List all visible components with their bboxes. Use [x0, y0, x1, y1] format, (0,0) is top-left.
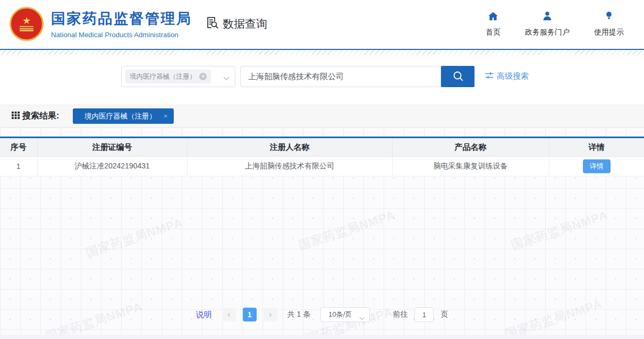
detail-button[interactable]: 详情: [583, 159, 611, 173]
pagination: 说明 ‹ 1 › 共 1 条 10条/页 前往 页: [0, 305, 644, 324]
column-header-detail: 详情: [549, 138, 644, 157]
app-title: 数据查询: [205, 15, 267, 32]
home-icon: [487, 11, 499, 24]
filter-tag-close-icon[interactable]: ×: [164, 112, 168, 120]
watermark: 国家药监局NMPA: [296, 207, 397, 253]
goto-page-input[interactable]: [414, 307, 434, 322]
hatch-stripe: [0, 50, 644, 55]
category-tag-close-icon[interactable]: ✕: [199, 73, 207, 80]
search-button[interactable]: [441, 66, 474, 87]
search-input[interactable]: [240, 66, 441, 87]
chevron-down-icon: [223, 74, 230, 83]
filter-tag-text: 境内医疗器械（注册）: [79, 112, 161, 121]
cell-registrant: 上海韶脑传感技术有限公司: [187, 157, 392, 176]
user-icon: [541, 11, 553, 24]
advanced-search-link[interactable]: 高级搜索: [485, 71, 529, 81]
grid-icon: [12, 111, 20, 121]
cell-detail: 详情: [549, 157, 644, 176]
header-divider-line: [0, 49, 644, 50]
cell-index: 1: [0, 157, 37, 176]
column-header-cert-no: 注册证编号: [37, 138, 187, 157]
next-page-button[interactable]: ›: [264, 308, 277, 321]
content-area: 国家药监局NMPA 国家药监局NMPA 国家药监局NMPA 国家药监局NMPA …: [0, 128, 644, 335]
page-size-value: 10条/页: [328, 310, 352, 318]
results-label-text: 搜索结果:: [22, 111, 59, 122]
document-search-icon: [205, 15, 219, 32]
cell-product: 脑电采集康复训练设备: [392, 157, 549, 176]
nav-label-portal: 政务服务门户: [525, 28, 570, 37]
category-tag-text: 境内医疗器械（注册）: [130, 72, 196, 81]
search-section: 境内医疗器械（注册） ✕ 高级搜索: [0, 66, 644, 87]
prev-page-button[interactable]: ‹: [222, 308, 236, 321]
note-link[interactable]: 说明: [196, 310, 212, 320]
page-size-select[interactable]: 10条/页: [320, 307, 370, 322]
column-header-product: 产品名称: [392, 138, 549, 157]
cell-cert-no: 沪械注准20242190431: [37, 157, 187, 176]
table-row: 1 沪械注准20242190431 上海韶脑传感技术有限公司 脑电采集康复训练设…: [0, 157, 644, 176]
advanced-search-label: 高级搜索: [497, 71, 529, 81]
emblem-gate-icon: [20, 26, 33, 31]
current-page-button[interactable]: 1: [243, 308, 257, 321]
nmpa-emblem-logo: ★: [10, 7, 44, 41]
table-header-row: 序号 注册证编号 注册人名称 产品名称 详情: [0, 138, 644, 157]
nav-item-home[interactable]: 首页: [486, 11, 501, 37]
search-icon: [452, 70, 464, 84]
page-unit-label: 页: [440, 310, 448, 319]
nav-item-portal[interactable]: 政务服务门户: [525, 11, 570, 37]
watermark: 国家药监局NMPA: [84, 214, 185, 261]
app-title-text: 数据查询: [223, 16, 267, 31]
bottom-strip: [0, 335, 644, 339]
org-name-zh: 国家药品监督管理局: [51, 9, 192, 28]
org-title-block: 国家药品监督管理局 National Medical Products Admi…: [51, 9, 192, 39]
column-header-registrant: 注册人名称: [187, 138, 392, 157]
lightbulb-icon: [603, 11, 615, 24]
category-select[interactable]: 境内医疗器械（注册） ✕: [121, 66, 235, 87]
watermark: 国家药监局NMPA: [509, 207, 610, 253]
header: ★ 国家药品监督管理局 National Medical Products Ad…: [0, 0, 644, 49]
column-header-index: 序号: [0, 138, 37, 157]
nmpa-data-query-page: ★ 国家药品监督管理局 National Medical Products Ad…: [0, 0, 644, 339]
results-label: 搜索结果:: [12, 111, 59, 122]
results-table: 序号 注册证编号 注册人名称 产品名称 详情 1 沪械注准20242190431…: [0, 137, 644, 176]
results-bar: 搜索结果: 境内医疗器械（注册） ×: [0, 105, 644, 128]
chevron-down-icon: [359, 312, 365, 326]
active-filter-tag[interactable]: 境内医疗器械（注册） ×: [73, 108, 174, 124]
nav-label-tips: 使用提示: [594, 28, 624, 37]
goto-label: 前往: [393, 310, 408, 319]
emblem-star-icon: ★: [22, 16, 31, 25]
category-tag-pill: 境内医疗器械（注册） ✕: [125, 70, 211, 83]
sliders-icon: [485, 72, 494, 81]
total-count-label: 共 1 条: [287, 310, 311, 319]
nav-label-home: 首页: [486, 28, 501, 37]
org-name-en: National Medical Products Administration: [51, 31, 192, 39]
top-navigation: 首页 政务服务门户 使用提示: [486, 11, 624, 37]
nav-item-tips[interactable]: 使用提示: [594, 11, 624, 37]
